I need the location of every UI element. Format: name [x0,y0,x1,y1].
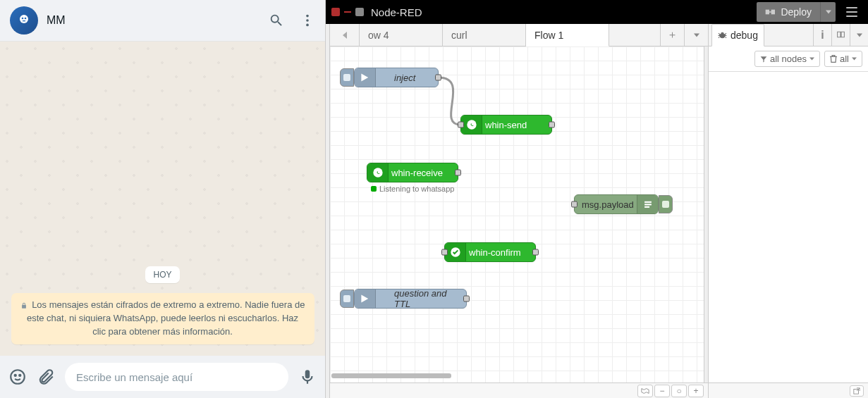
debug-toolbar: all nodes all [709,46,868,72]
svg-rect-3 [23,20,25,21]
output-port[interactable] [532,249,539,256]
tab-prev[interactable] [330,24,360,46]
svg-point-7 [11,370,25,384]
tab-debug[interactable]: debug [711,24,764,46]
menu-button[interactable] [841,1,862,23]
svg-point-13 [373,168,382,177]
encryption-notice[interactable]: Los mensajes están cifrados de extremo a… [11,293,314,344]
encryption-text: Los mensajes están cifrados de extremo a… [27,299,305,337]
node-status: Listening to whatsapp [371,185,454,193]
svg-point-5 [306,19,309,22]
tabs-menu-button[interactable] [684,24,708,46]
node-inject[interactable]: inject [354,68,439,87]
menu-vertical-icon[interactable] [300,13,315,28]
debug-messages[interactable] [709,72,868,383]
output-port[interactable] [435,75,441,81]
node-label: whin-receive [391,168,443,178]
book-icon [836,30,845,39]
debug-toggle[interactable] [659,195,673,213]
node-label: question and TTL [394,288,458,309]
inject-icon [355,290,376,308]
tab-flow4[interactable]: ow 4 [360,24,443,46]
bug-icon [718,31,727,40]
nodered-logo [331,8,364,16]
sidebar-menu-button[interactable] [850,24,868,46]
inject-icon [355,68,376,87]
search-icon[interactable] [269,13,284,28]
output-port[interactable] [463,296,470,302]
sidebar-tabs: debug i [709,24,868,46]
svg-rect-10 [766,10,769,15]
node-whin-receive[interactable]: whin-receive [367,163,458,182]
status-dot-icon [371,186,377,192]
square-icon [343,295,350,302]
node-debug[interactable]: msg.payload [574,194,659,214]
trash-icon [830,55,837,63]
message-input[interactable] [65,363,288,391]
chevron-left-icon [342,32,348,39]
input-port[interactable] [458,122,464,128]
inject-trigger[interactable] [340,290,354,308]
node-whin-confirm[interactable]: whin-confirm [444,242,536,262]
deploy-label: Deploy [781,6,812,18]
debug-filter-button[interactable]: all nodes [754,51,820,67]
date-pill: HOY [145,266,179,283]
chevron-down-icon [694,32,699,38]
avatar[interactable] [10,6,38,35]
inject-trigger[interactable] [340,68,354,87]
whatsapp-icon [367,163,389,182]
app-title: Node-RED [371,6,422,18]
flow-canvas[interactable]: inject whin-send [330,46,708,383]
logo-dot-icon [355,8,364,16]
plus-icon: ＋ [667,28,678,42]
attach-icon[interactable] [37,368,55,386]
deploy-button[interactable]: Deploy [757,2,836,22]
popout-icon [853,387,860,394]
input-port[interactable] [571,201,577,208]
mic-icon[interactable] [298,368,317,386]
whatsapp-header: MM [0,0,325,42]
chat-area[interactable]: HOY Los mensajes están cifrados de extre… [0,42,325,356]
add-tab-button[interactable]: ＋ [660,24,684,46]
output-port[interactable] [455,170,461,176]
whatsapp-icon [445,243,466,261]
sidebar-book-button[interactable] [831,24,850,46]
sidebar-popout-button[interactable] [850,385,864,397]
zoom-in-button[interactable]: + [688,385,704,397]
deploy-icon [765,8,776,16]
zoom-reset-button[interactable]: ○ [671,385,687,397]
svg-point-9 [19,375,20,376]
emoji-icon[interactable] [8,368,27,386]
clear-label: all [840,54,849,64]
map-icon [641,387,649,394]
chevron-down-icon [857,32,862,38]
square-icon [662,201,669,208]
node-label: inject [394,73,415,83]
navigator-button[interactable] [637,385,653,397]
svg-point-1 [22,18,24,20]
svg-rect-15 [644,204,652,205]
deploy-dropdown[interactable] [820,2,836,22]
chevron-down-icon [809,56,814,61]
debug-clear-button[interactable]: all [824,51,862,67]
svg-point-6 [306,24,309,27]
input-port[interactable] [441,249,448,256]
contact-name[interactable]: MM [47,14,260,27]
node-inject-question[interactable]: question and TTL [354,289,467,309]
canvas-scroll-edge[interactable] [704,46,708,383]
output-port[interactable] [549,122,555,128]
nodered-panel: Node-RED Deploy ow 4 curl [326,0,868,398]
node-whin-send[interactable]: whin-send [460,115,552,135]
workspace: ow 4 curl Flow 1 ＋ [330,24,709,398]
svg-point-4 [306,15,309,18]
tab-flow1[interactable]: Flow 1 [526,24,609,46]
zoom-out-button[interactable]: − [654,385,670,397]
nodered-body: ow 4 curl Flow 1 ＋ [326,24,868,398]
canvas-footer: − ○ + [330,383,708,398]
composer [0,356,325,398]
flow-tabs: ow 4 curl Flow 1 ＋ [330,24,708,46]
wires-layer [330,46,542,152]
tab-curl[interactable]: curl [443,24,526,46]
sidebar-info-button[interactable]: i [813,24,831,46]
debug-icon [637,195,658,213]
